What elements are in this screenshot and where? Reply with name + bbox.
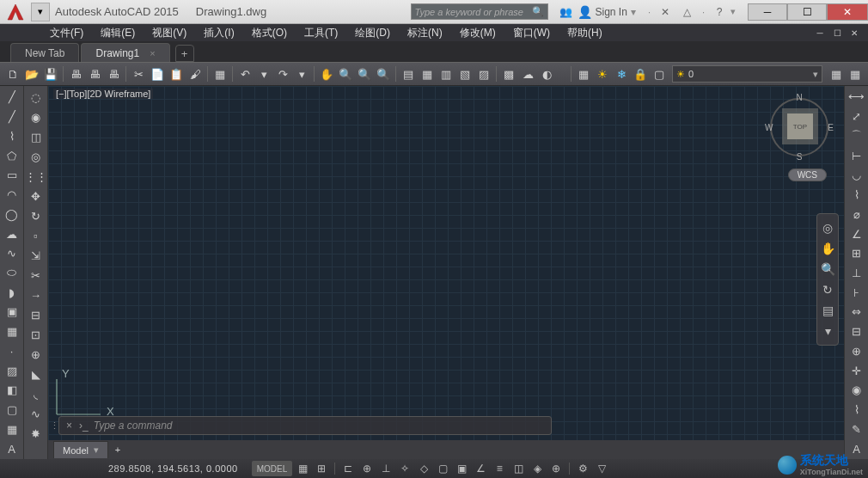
viewcube[interactable]: N S E W TOP [765,93,834,162]
explode-icon[interactable]: ✸ [26,424,46,443]
toolpalettes-icon[interactable]: ▥ [437,64,455,83]
wcs-badge[interactable]: WCS [788,169,827,181]
command-line[interactable]: × ›_ Type a command [58,416,552,435]
cmd-handle[interactable]: ⋮ [50,416,58,435]
break-icon[interactable]: ⊡ [26,325,46,344]
cut-icon[interactable]: ✂ [129,64,148,83]
scale-icon[interactable]: ▫ [26,226,46,245]
break-at-point-icon[interactable]: ⊟ [26,305,46,324]
viewport-label[interactable]: [−][Top][2D Wireframe] [53,89,153,99]
workspace-icon[interactable]: ⚙ [574,461,591,476]
save-icon[interactable]: 💾 [41,64,60,83]
dim-arc-icon[interactable]: ⌒ [847,126,867,145]
array-icon[interactable]: ⋮⋮ [26,167,46,186]
menu-draw[interactable]: 绘图(D) [346,26,399,40]
pan-icon[interactable]: ✋ [317,64,336,83]
block-editor-icon[interactable]: ▦ [211,64,229,83]
render-icon[interactable]: ◐ [537,64,556,83]
a360-icon[interactable]: 👥 [558,3,575,21]
redo-icon[interactable]: ↷ [273,64,292,83]
otrack-icon[interactable]: ∠ [472,461,489,476]
copy-obj-icon[interactable]: ◉ [26,107,46,126]
viewcube-face[interactable]: TOP [787,113,813,139]
orbit-icon[interactable]: ↻ [818,279,837,300]
minimize-button[interactable]: ─ [748,3,787,21]
stretch-icon[interactable]: ⇲ [26,246,46,265]
menu-tools[interactable]: 工具(T) [296,26,346,40]
trim-icon[interactable]: ✂ [26,266,46,285]
acad-logo-icon[interactable] [3,2,28,22]
cmd-close-icon[interactable]: × [66,420,72,432]
viewcube-south[interactable]: S [797,152,803,162]
redo-dd-icon[interactable]: ▾ [292,64,311,83]
app-menu-dropdown[interactable]: ▾ [31,3,50,21]
menu-view[interactable]: 视图(V) [144,26,195,40]
gradient-icon[interactable]: ◧ [2,381,22,400]
tolerance-icon[interactable]: ⊕ [847,342,867,361]
zoom-extents-icon[interactable]: 🔍 [818,259,837,279]
blend-icon[interactable]: ∿ [26,404,46,423]
point-icon[interactable]: · [2,342,22,361]
dim-edit-icon[interactable]: ✎ [847,420,867,438]
move-icon[interactable]: ✥ [26,187,46,205]
open-icon[interactable]: 📂 [22,64,41,83]
dim-jogged-icon[interactable]: ⌇ [847,186,867,205]
zoom-window-icon[interactable]: 🔍 [355,64,374,83]
quick-dim-icon[interactable]: ⊞ [847,244,867,263]
maximize-button[interactable]: ☐ [787,3,827,21]
new-icon[interactable]: 🗋 [3,64,22,83]
copy-icon[interactable]: 📄 [148,64,167,83]
transparency-icon[interactable]: ◫ [510,461,527,476]
mirror-icon[interactable]: ◫ [26,127,46,146]
isodraft-icon[interactable]: ◇ [415,461,432,476]
make-block-icon[interactable]: ▦ [2,322,22,341]
mdi-close[interactable]: ✕ [847,26,861,40]
tab-close-icon[interactable]: × [150,48,155,58]
dim-linear-icon[interactable]: ⟷ [847,88,867,107]
dim-break-icon[interactable]: ⊟ [847,322,867,341]
construction-line-icon[interactable]: ╱ [2,107,22,126]
layer-lock-icon[interactable]: 🔒 [631,64,650,83]
infer-constraints-icon[interactable]: ⊏ [339,461,357,476]
polygon-icon[interactable]: ⬠ [2,146,22,165]
dim-ordinate-icon[interactable]: ⊢ [847,146,867,165]
mtext-icon[interactable]: A [2,439,22,458]
viewcube-east[interactable]: E [828,123,834,132]
rotate-icon[interactable]: ↻ [26,206,46,225]
inspect-icon[interactable]: ◉ [847,381,867,400]
menu-help[interactable]: 帮助(H) [559,26,611,40]
dim-continue-icon[interactable]: ⊦ [847,283,867,302]
ellipse-icon[interactable]: ⬭ [2,264,22,283]
dim-space-icon[interactable]: ⇔ [847,303,867,322]
undo-dd-icon[interactable]: ▾ [254,64,273,83]
share-icon[interactable]: ☁ [518,64,537,83]
tab-drawing1[interactable]: Drawing1× [81,43,169,62]
quickcalc-icon[interactable]: ▩ [499,64,518,83]
layout-add-button[interactable]: + [110,442,125,457]
showmotion-icon[interactable]: ▤ [818,300,837,321]
grid-toggle-icon[interactable]: ▦ [294,461,311,476]
layer-previous-icon[interactable]: ▦ [846,64,865,83]
match-props-icon[interactable]: 🖌 [186,64,205,83]
properties-icon[interactable]: ▤ [399,64,418,83]
mdi-restore[interactable]: ☐ [830,26,844,40]
layer-combo[interactable]: ☀ 0 ▾ [672,65,822,83]
dyn-input-icon[interactable]: ⊕ [358,461,376,476]
osnap-icon[interactable]: ▢ [434,461,451,476]
polar-tracking-icon[interactable]: ✧ [396,461,413,476]
dim-diameter-icon[interactable]: ⌀ [847,205,867,224]
join-icon[interactable]: ⊕ [26,345,46,364]
sheetset-icon[interactable]: ▧ [455,64,474,83]
layer-freeze-icon[interactable]: ❄ [612,64,631,83]
center-mark-icon[interactable]: ✛ [847,361,867,380]
steering-wheel-icon[interactable]: ◎ [818,218,837,238]
polyline-icon[interactable]: ⌇ [2,126,22,145]
erase-icon[interactable]: ◌ [26,88,46,107]
layer-props-icon[interactable]: ▦ [574,64,593,83]
selection-cycling-icon[interactable]: ◈ [529,461,546,476]
spline-icon[interactable]: ∿ [2,244,22,263]
viewcube-north[interactable]: N [796,93,802,102]
pan-nav-icon[interactable]: ✋ [818,238,837,259]
insert-block-icon[interactable]: ▣ [2,303,22,322]
menu-format[interactable]: 格式(O) [243,26,296,40]
